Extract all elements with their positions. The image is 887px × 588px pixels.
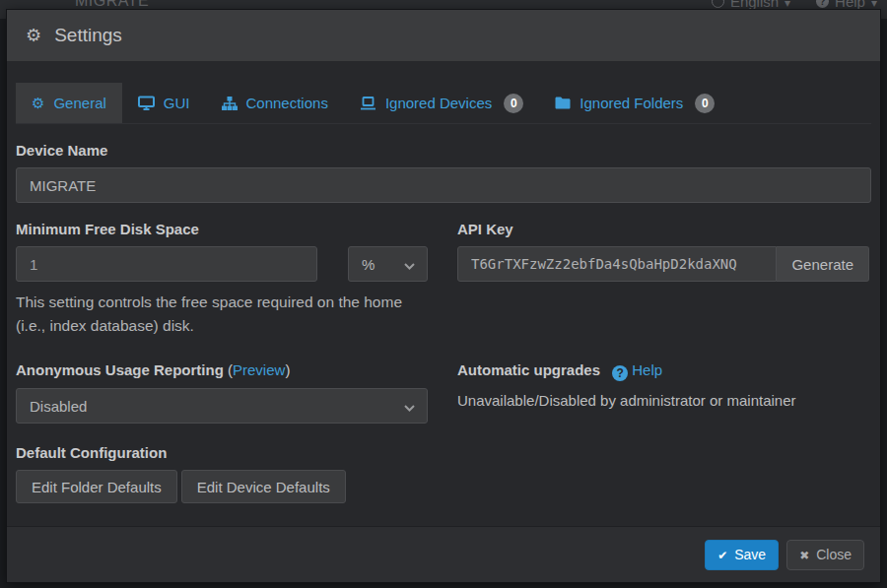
default-config-label: Default Configuration <box>16 444 871 461</box>
tab-ignored-folders[interactable]: Ignored Folders 0 <box>539 83 730 123</box>
close-button[interactable]: Close <box>786 540 864 570</box>
x-icon <box>799 547 809 562</box>
settings-tabs: General GUI <box>16 83 871 124</box>
close-button-label: Close <box>816 547 852 562</box>
chevron-down-icon <box>404 398 415 415</box>
device-name-label: Device Name <box>16 142 871 159</box>
usage-reporting-select[interactable]: Disabled <box>16 388 428 424</box>
dialog-header: Settings <box>7 10 880 61</box>
question-circle-icon <box>816 0 829 8</box>
edit-device-defaults-button[interactable]: Edit Device Defaults <box>181 470 346 503</box>
usage-reporting-selected-value: Disabled <box>30 398 87 415</box>
tab-label: Ignored Devices <box>385 95 492 111</box>
laptop-icon <box>360 97 376 110</box>
api-key-input[interactable] <box>457 246 777 282</box>
folder-icon <box>555 97 571 109</box>
dialog-title: Settings <box>54 25 122 46</box>
display-icon <box>138 96 155 110</box>
globe-icon <box>712 0 724 8</box>
min-free-disk-unit-select[interactable]: % <box>348 246 428 282</box>
tab-label: Ignored Folders <box>580 95 683 111</box>
chevron-down-icon <box>404 256 415 273</box>
min-free-disk-label: Minimum Free Disk Space <box>16 221 428 237</box>
tab-label: General <box>53 95 105 111</box>
tab-label: GUI <box>164 95 190 111</box>
unit-selected-value: % <box>362 256 375 273</box>
settings-dialog: Settings General GUI <box>6 9 881 583</box>
dialog-footer: Save Close <box>7 526 880 582</box>
tab-label: Connections <box>246 95 328 111</box>
save-button-label: Save <box>734 547 766 562</box>
gear-icon <box>32 95 44 112</box>
tab-general[interactable]: General <box>16 83 122 123</box>
usage-reporting-label: Anonymous Usage Reporting (Preview) <box>16 361 428 378</box>
api-key-label: API Key <box>457 221 869 237</box>
min-free-disk-help: This setting controls the free space req… <box>16 291 428 338</box>
usage-reporting-label-text: Anonymous Usage Reporting <box>16 361 224 378</box>
edit-folder-defaults-button[interactable]: Edit Folder Defaults <box>16 470 177 503</box>
min-free-disk-input[interactable] <box>16 246 317 282</box>
tab-connections[interactable]: Connections <box>206 83 344 123</box>
usage-reporting-preview-link[interactable]: Preview <box>233 361 285 378</box>
save-button[interactable]: Save <box>705 540 779 570</box>
auto-upgrades-label-text: Automatic upgrades <box>457 361 600 378</box>
ignored-devices-count-badge: 0 <box>504 94 523 113</box>
ignored-folders-count-badge: 0 <box>695 94 715 113</box>
tab-gui[interactable]: GUI <box>122 83 206 123</box>
sitemap-icon <box>222 97 238 110</box>
generate-api-key-button[interactable]: Generate <box>777 246 869 282</box>
device-name-input[interactable] <box>16 167 871 203</box>
dialog-body: General GUI <box>7 61 880 526</box>
question-circle-icon <box>612 365 628 381</box>
gear-icon <box>26 25 41 46</box>
paren: ) <box>285 361 290 378</box>
auto-upgrades-help-link[interactable]: Help <box>632 361 662 378</box>
auto-upgrades-status: Unavailable/Disabled by administrator or… <box>457 392 869 409</box>
check-icon <box>717 547 727 562</box>
tab-ignored-devices[interactable]: Ignored Devices 0 <box>344 83 539 123</box>
auto-upgrades-label: Automatic upgrades Help <box>457 361 869 381</box>
